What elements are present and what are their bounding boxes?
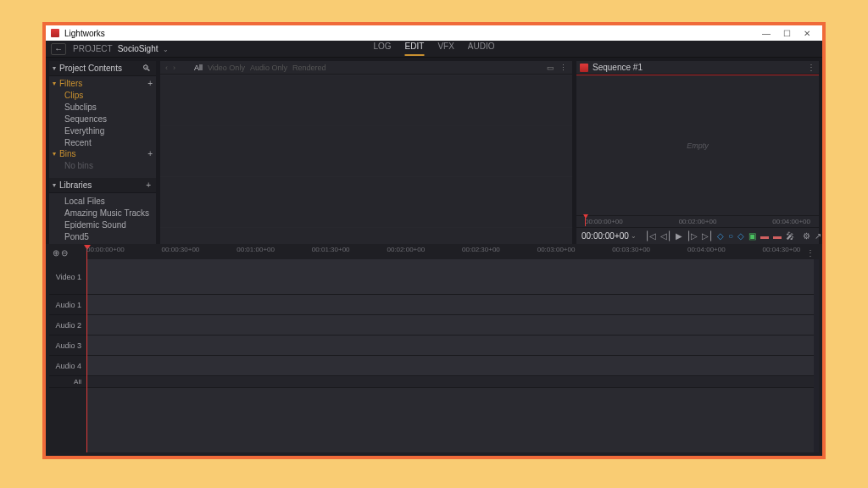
timeline-menu-icon[interactable]: ⋮	[802, 248, 819, 258]
tab-vfx[interactable]: VFX	[437, 42, 453, 56]
project-name-text: SocioSight	[118, 44, 159, 53]
sidebar-item-clips[interactable]: Clips	[49, 89, 156, 101]
jump-end-button[interactable]: ▷⎮	[702, 231, 713, 241]
play-button[interactable]: ▶	[676, 231, 682, 241]
search-icon[interactable]: 🔍︎	[141, 64, 153, 73]
track-label-all[interactable]: All	[49, 376, 86, 388]
content-filter-bar: ‹ › All Video Only Audio Only Rendered ▭…	[160, 61, 572, 75]
ruler-tick: 00:00:00+00	[585, 218, 623, 225]
back-button[interactable]: ←	[51, 43, 66, 55]
app-frame: Lightworks — ☐ ✕ ← PROJECT SocioSight ⌄ …	[42, 22, 826, 459]
window-minimize-button[interactable]: —	[756, 25, 776, 41]
project-label: PROJECT	[73, 44, 113, 53]
sidebar-item-recent[interactable]: Recent	[49, 136, 156, 148]
libraries-header[interactable]: ▾ Libraries +	[49, 178, 156, 193]
main-tabs: LOG EDIT VFX AUDIO	[373, 42, 494, 56]
zoom-in-button[interactable]: ⊕	[53, 248, 59, 258]
timeline-tracks[interactable]	[86, 259, 814, 452]
filter-rendered[interactable]: Rendered	[292, 64, 326, 72]
filter-video-only[interactable]: Video Only	[208, 64, 245, 72]
chevron-down-icon: ⌄	[163, 46, 169, 53]
timeline-ruler[interactable]: 00:00:00+00 00:00:30+00 00:01:00+00 00:0…	[86, 246, 802, 259]
ruler-tick: 00:01:30+00	[312, 246, 350, 253]
mark-in-button[interactable]: ◇	[717, 231, 724, 241]
track-row[interactable]	[86, 336, 814, 356]
mark-out-button[interactable]: ◇	[737, 231, 744, 241]
panel-menu-icon[interactable]: ⋮	[559, 64, 567, 72]
bins-section[interactable]: ▾ Bins +	[49, 148, 156, 159]
tab-edit[interactable]: EDIT	[405, 42, 425, 56]
viewer-empty-label: Empty	[687, 141, 709, 150]
ruler-tick: 00:02:30+00	[462, 246, 500, 253]
sidebar-item-everything[interactable]: Everything	[49, 125, 156, 136]
mark-clear-button[interactable]: ○	[728, 231, 733, 241]
sidebar-item-sequences[interactable]: Sequences	[49, 113, 156, 125]
step-forward-button[interactable]: ⎮▷	[687, 231, 698, 241]
ruler-tick: 00:00:30+00	[162, 246, 200, 253]
view-mode-icon[interactable]: ▭	[547, 64, 554, 72]
ruler-tick: 00:04:30+00	[763, 246, 801, 253]
window-maximize-button[interactable]: ☐	[776, 25, 797, 41]
delete-button[interactable]: ▬	[773, 231, 782, 241]
timecode-text: 00:00:00+00	[581, 231, 629, 241]
ruler-tick: 00:00:00+00	[86, 246, 125, 253]
step-back-button[interactable]: ◁⎮	[660, 231, 671, 241]
timeline-scrollbar[interactable]	[814, 259, 819, 452]
settings-icon[interactable]: ⚙	[803, 231, 810, 241]
add-library-button[interactable]: +	[144, 180, 153, 190]
sequence-menu-icon[interactable]: ⋮	[807, 63, 815, 72]
project-name-dropdown[interactable]: SocioSight ⌄	[118, 44, 170, 53]
share-icon[interactable]: ↗	[815, 231, 821, 241]
chevron-down-icon: ▾	[53, 181, 56, 189]
mic-icon[interactable]: 🎤︎	[786, 231, 794, 241]
track-label-audio1[interactable]: Audio 1	[49, 295, 86, 315]
nav-back-icon[interactable]: ‹	[165, 64, 168, 72]
viewer[interactable]: Empty	[576, 75, 819, 215]
track-row[interactable]	[86, 376, 814, 388]
ruler-tick: 00:04:00+00	[687, 246, 726, 253]
tab-log[interactable]: LOG	[373, 42, 391, 56]
library-local-files[interactable]: Local Files	[49, 195, 156, 207]
add-filter-button[interactable]: +	[147, 79, 153, 88]
chevron-down-icon: ⌄	[631, 232, 637, 240]
library-epidemic-sound[interactable]: Epidemic Sound	[49, 219, 156, 230]
app-logo-icon	[51, 29, 59, 37]
track-labels: Video 1 Audio 1 Audio 2 Audio 3 Audio 4 …	[49, 259, 86, 452]
content-panel: ‹ › All Video Only Audio Only Rendered ▭…	[160, 61, 572, 244]
remove-button[interactable]: ▬	[760, 231, 769, 241]
content-grid[interactable]	[160, 75, 572, 244]
filter-audio-only[interactable]: Audio Only	[250, 64, 287, 72]
zoom-out-button[interactable]: ⊖	[61, 248, 68, 258]
add-bin-button[interactable]: +	[147, 149, 153, 158]
ruler-tick: 00:03:00+00	[537, 246, 576, 253]
viewer-playhead-icon[interactable]	[583, 214, 588, 219]
track-row[interactable]	[86, 295, 814, 315]
insert-button[interactable]: ▣	[748, 231, 756, 241]
ruler-tick: 00:02:00+00	[387, 246, 425, 253]
track-label-audio2[interactable]: Audio 2	[49, 315, 86, 336]
no-bins-label: No bins	[49, 159, 156, 171]
track-row[interactable]	[86, 315, 814, 336]
timeline-playhead-line[interactable]	[86, 259, 87, 452]
project-contents-header[interactable]: ▾ Project Contents 🔍︎	[49, 61, 156, 76]
filters-label: Filters	[59, 79, 147, 88]
filters-section[interactable]: ▾ Filters +	[49, 78, 156, 89]
tab-audio[interactable]: AUDIO	[468, 42, 495, 56]
ruler-tick: 00:01:00+00	[236, 246, 275, 253]
track-label-video1[interactable]: Video 1	[49, 259, 86, 295]
filter-all[interactable]: All	[194, 64, 203, 72]
sequence-badge-icon	[580, 64, 588, 72]
ruler-tick: 00:03:30+00	[612, 246, 650, 253]
viewer-ruler[interactable]: 00:00:00+00 00:02:00+00 00:04:00+00	[576, 215, 819, 227]
track-label-audio4[interactable]: Audio 4	[49, 356, 86, 376]
library-amazing-music[interactable]: Amazing Music Tracks	[49, 207, 156, 219]
nav-forward-icon[interactable]: ›	[173, 64, 175, 72]
jump-start-button[interactable]: ⎮◁	[645, 231, 656, 241]
track-label-audio3[interactable]: Audio 3	[49, 336, 86, 356]
window-close-button[interactable]: ✕	[797, 25, 817, 41]
track-row[interactable]	[86, 356, 814, 376]
library-pond5[interactable]: Pond5	[49, 230, 156, 242]
sidebar-item-subclips[interactable]: Subclips	[49, 101, 156, 113]
track-row[interactable]	[86, 259, 814, 295]
timecode-display[interactable]: 00:00:00+00 ⌄	[581, 231, 637, 241]
